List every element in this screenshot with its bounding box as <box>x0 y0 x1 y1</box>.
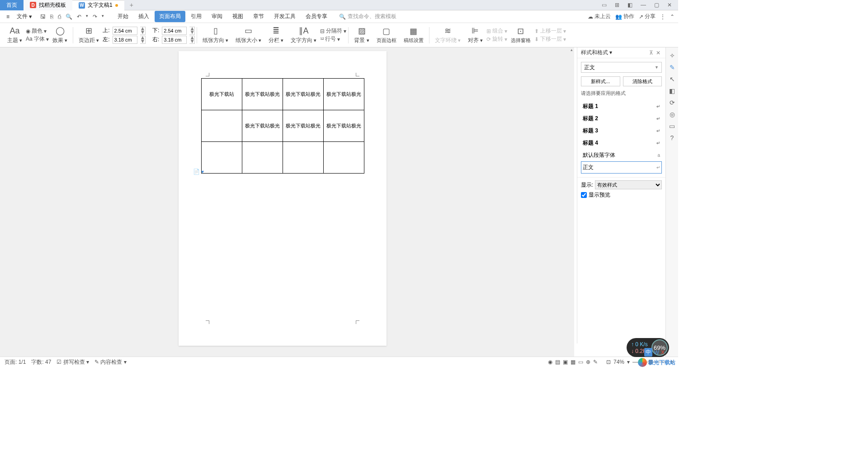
table-cell[interactable]: 极光下载站极光 <box>283 110 324 142</box>
fit-icon[interactable]: ⊡ <box>606 359 611 365</box>
align-button[interactable]: ⊫对齐 ▾ <box>464 23 486 47</box>
undo-icon[interactable]: ↶ <box>76 13 82 21</box>
tab-templates[interactable]: D 找稻壳模板 <box>24 0 72 10</box>
hamburger-icon[interactable]: ≡ <box>4 12 12 21</box>
theme-button[interactable]: Aa主题 ▾ <box>4 23 26 47</box>
reading-mode-icon[interactable]: ▭ <box>600 1 609 9</box>
share-button[interactable]: ↗ 分享 <box>639 13 656 20</box>
new-tab-button[interactable]: + <box>124 1 139 9</box>
table-cell[interactable]: 极光下载站极光 <box>283 79 324 110</box>
location-icon[interactable]: ◎ <box>670 111 675 118</box>
comment-icon[interactable]: ▤ <box>555 359 560 365</box>
current-style-combo[interactable]: 正文▼ <box>581 62 662 73</box>
shapes-icon[interactable]: ◧ <box>669 87 675 94</box>
margin-right-input[interactable] <box>162 36 187 44</box>
cloud-status[interactable]: ☁ 未上云 <box>588 13 611 20</box>
effect-button[interactable]: ◯效果 ▾ <box>49 23 71 47</box>
layout1-icon[interactable]: ▣ <box>563 359 568 365</box>
grid-icon[interactable]: ⊞ <box>613 1 621 9</box>
tab-chapter[interactable]: 章节 <box>249 11 269 22</box>
book-icon[interactable]: ▭ <box>669 122 675 130</box>
tab-start[interactable]: 开始 <box>113 11 133 22</box>
style-body[interactable]: 正文↵ <box>581 161 662 174</box>
margin-bottom-input[interactable] <box>162 27 187 35</box>
word-count[interactable]: 字数: 47 <box>31 358 51 366</box>
style-default-font[interactable]: 默认段落字体a <box>581 149 662 161</box>
save-icon[interactable]: 🖫 <box>39 13 47 21</box>
clear-format-button[interactable]: 清除格式 <box>623 76 662 86</box>
page-border-button[interactable]: ▢页面边框 <box>373 23 400 47</box>
read-icon[interactable]: ▭ <box>578 359 583 365</box>
show-filter-select[interactable]: 有效样式 <box>595 180 662 189</box>
collapse-ribbon-icon[interactable]: ⌃ <box>670 14 675 20</box>
new-style-button[interactable]: 新样式... <box>581 76 620 86</box>
margins-button[interactable]: ⊞页边距 ▾ <box>75 23 103 47</box>
refresh-icon[interactable]: ⟳ <box>670 99 675 106</box>
web-icon[interactable]: ⊕ <box>586 359 590 365</box>
tab-references[interactable]: 引用 <box>186 11 206 22</box>
redo-icon[interactable]: ↷ <box>92 13 98 21</box>
selection-pane-button[interactable]: ⊡选择窗格 <box>507 23 534 47</box>
zoom-value[interactable]: 74% <box>613 359 624 365</box>
color-button[interactable]: ◉ 颜色 ▾ <box>26 27 49 35</box>
table-cell[interactable]: 极光下载站 <box>202 79 242 110</box>
table-cell[interactable] <box>202 110 242 142</box>
table-cell[interactable] <box>202 142 242 174</box>
breaks-button[interactable]: ⊟ 分隔符 ▾ <box>320 27 346 35</box>
command-search[interactable]: 🔍 查找命令、搜索模板 <box>339 13 396 20</box>
page[interactable]: 极光下载站 极光下载站极光 极光下载站极光 极光下载站极光 极光下载站极光 极光… <box>179 51 387 346</box>
document-table[interactable]: 极光下载站 极光下载站极光 极光下载站极光 极光下载站极光 极光下载站极光 极光… <box>201 78 364 174</box>
preview-icon[interactable]: 🔍 <box>65 13 73 21</box>
tab-member[interactable]: 会员专享 <box>301 11 332 22</box>
tab-review[interactable]: 审阅 <box>207 11 227 22</box>
table-cell[interactable]: 极光下载站极光 <box>324 79 364 110</box>
preview-checkbox[interactable] <box>581 192 587 198</box>
line-number-button[interactable]: ¹² 行号 ▾ <box>320 35 346 43</box>
ink-icon[interactable]: ✎ <box>593 359 598 365</box>
tab-page-layout[interactable]: 页面布局 <box>155 11 185 22</box>
font-button[interactable]: Aa 字体 ▾ <box>26 35 49 43</box>
table-cell[interactable]: 极光下载站极光 <box>242 79 283 110</box>
tab-view[interactable]: 视图 <box>228 11 248 22</box>
table-cell[interactable] <box>242 142 283 174</box>
close-button[interactable]: ✕ <box>665 1 674 9</box>
vertical-scrollbar[interactable]: ▴ <box>569 47 574 357</box>
table-cell[interactable]: 极光下载站极光 <box>242 110 283 142</box>
ime-indicator[interactable]: 中 WX <box>644 348 665 357</box>
style-heading1[interactable]: 标题 1↵ <box>581 100 662 113</box>
pane-close-icon[interactable]: ✕ <box>655 50 662 56</box>
content-check[interactable]: ✎ 内容检查 ▾ <box>94 358 127 366</box>
print-icon[interactable]: ⎙ <box>57 13 62 21</box>
collab-button[interactable]: 👥 协作 <box>615 13 634 20</box>
help-icon[interactable]: ? <box>670 134 674 141</box>
table-cell[interactable] <box>324 142 364 174</box>
margin-top-input[interactable] <box>113 27 137 35</box>
maximize-button[interactable]: ▢ <box>652 1 661 9</box>
table-cell[interactable]: 极光下载站极光 <box>324 110 364 142</box>
minimize-button[interactable]: — <box>639 1 648 9</box>
file-menu[interactable]: 文件 ▾ <box>14 11 35 22</box>
spell-check[interactable]: ☑ 拼写检查 ▾ <box>57 358 89 366</box>
select-icon[interactable]: ↖ <box>670 75 675 83</box>
zoom-out[interactable]: — <box>632 359 638 365</box>
ai-icon[interactable]: ✧ <box>670 52 675 59</box>
export-icon[interactable]: ⎘ <box>49 13 54 21</box>
page-count[interactable]: 页面: 1/1 <box>5 358 26 366</box>
table-cell[interactable] <box>283 142 324 174</box>
text-direction-button[interactable]: ∥A文字方向 ▾ <box>287 23 320 47</box>
tab-document[interactable]: W 文字文稿1 <box>72 0 124 10</box>
more-icon[interactable]: ⋮ <box>660 14 665 20</box>
layout2-icon[interactable]: ▦ <box>571 359 576 365</box>
margin-left-input[interactable] <box>113 36 137 44</box>
pane-pin-icon[interactable]: ⊼ <box>648 50 655 56</box>
paper-size-button[interactable]: ▭纸张大小 ▾ <box>232 23 265 47</box>
style-heading2[interactable]: 标题 2↵ <box>581 113 662 125</box>
columns-button[interactable]: ≣分栏 ▾ <box>265 23 287 47</box>
paper-setup-button[interactable]: ▦稿纸设置 <box>400 23 427 47</box>
style-heading3[interactable]: 标题 3↵ <box>581 125 662 137</box>
tab-home[interactable]: 首页 <box>0 0 24 10</box>
page-indicator-icon[interactable]: 📄 ▾ <box>193 169 204 175</box>
document-canvas[interactable]: 极光下载站 极光下载站极光 极光下载站极光 极光下载站极光 极光下载站极光 极光… <box>0 47 574 357</box>
skin-icon[interactable]: ◧ <box>626 1 634 9</box>
tab-dev[interactable]: 开发工具 <box>269 11 300 22</box>
